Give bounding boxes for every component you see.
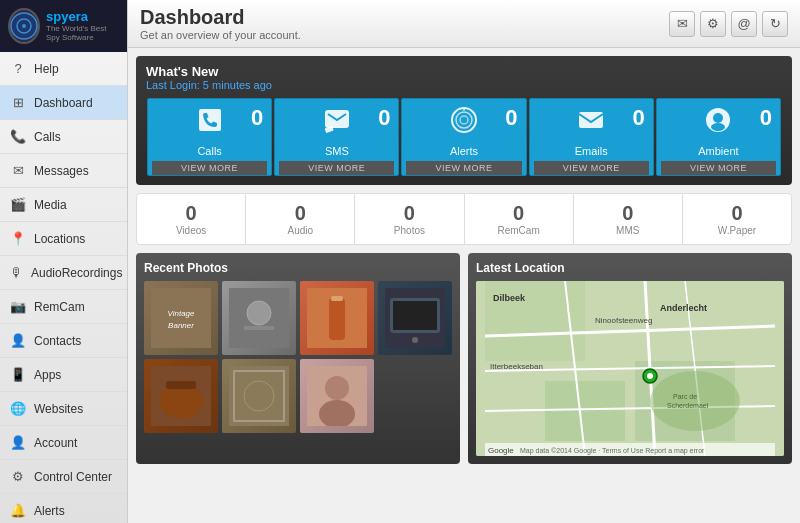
- photos-label: Photos: [394, 225, 425, 236]
- sidebar-item-calls[interactable]: 📞 Calls: [0, 120, 127, 154]
- media-photos: 0 Photos: [355, 194, 464, 244]
- svg-point-11: [713, 113, 723, 123]
- sidebar-label-calls: Calls: [34, 130, 61, 144]
- svg-text:Dilbeek: Dilbeek: [493, 293, 526, 303]
- sidebar-label-media: Media: [34, 198, 67, 212]
- alerts-stat-icon: [449, 105, 479, 141]
- media-wpaper: 0 W.Paper: [683, 194, 791, 244]
- controlcenter-icon: ⚙: [10, 469, 26, 484]
- account-icon: 👤: [10, 435, 26, 450]
- svg-point-53: [647, 373, 653, 379]
- sidebar-item-media[interactable]: 🎬 Media: [0, 188, 127, 222]
- topbar: Dashboard Get an overview of your accoun…: [128, 0, 800, 48]
- sidebar-item-audiorecordings[interactable]: 🎙 AudioRecordings: [0, 256, 127, 290]
- locations-icon: 📍: [10, 231, 26, 246]
- emails-viewmore[interactable]: VIEW MORE: [534, 161, 649, 175]
- sms-stat-label: SMS: [325, 145, 349, 157]
- sidebar-item-contacts[interactable]: 👤 Contacts: [0, 324, 127, 358]
- sidebar-label-alerts: Alerts: [34, 504, 65, 518]
- sidebar-item-controlcenter[interactable]: ⚙ Control Center: [0, 460, 127, 494]
- calls-viewmore[interactable]: VIEW MORE: [152, 161, 267, 175]
- svg-point-25: [412, 337, 418, 343]
- ambient-stat-icon: [703, 105, 733, 141]
- stat-alerts: 0 Alerts VIEW MORE: [401, 98, 526, 176]
- svg-point-12: [711, 123, 725, 131]
- svg-text:Itterbeekseban: Itterbeekseban: [490, 362, 543, 371]
- audio-count: 0: [295, 202, 306, 225]
- sidebar-item-help[interactable]: ? Help: [0, 52, 127, 86]
- svg-rect-3: [199, 109, 221, 131]
- svg-rect-28: [166, 381, 196, 389]
- svg-text:Anderlecht: Anderlecht: [660, 303, 707, 313]
- recent-photos-panel: Recent Photos VintageBanner: [136, 253, 460, 464]
- latest-location-panel: Latest Location: [468, 253, 792, 464]
- media-stats-row: 0 Videos 0 Audio 0 Photos 0 RemCam 0 MMS…: [136, 193, 792, 245]
- media-audio: 0 Audio: [246, 194, 355, 244]
- photo-thumb-4[interactable]: [378, 281, 452, 355]
- header-text: Dashboard Get an overview of your accoun…: [140, 6, 301, 41]
- refresh-button[interactable]: ↻: [762, 11, 788, 37]
- apps-icon: 📱: [10, 367, 26, 382]
- calls-stat-label: Calls: [197, 145, 221, 157]
- emails-stat-label: Emails: [575, 145, 608, 157]
- ambient-viewmore[interactable]: VIEW MORE: [661, 161, 776, 175]
- svg-point-49: [650, 371, 740, 431]
- whats-new-panel: What's New Last Login: 5 minutes ago 0 C…: [136, 56, 792, 185]
- sidebar-item-messages[interactable]: ✉ Messages: [0, 154, 127, 188]
- sidebar-label-remcam: RemCam: [34, 300, 85, 314]
- svg-point-17: [247, 301, 271, 325]
- sidebar-label-dashboard: Dashboard: [34, 96, 93, 110]
- sidebar-item-remcam[interactable]: 📷 RemCam: [0, 290, 127, 324]
- photo-thumb-3[interactable]: [300, 281, 374, 355]
- at-button[interactable]: @: [731, 11, 757, 37]
- sidebar-label-locations: Locations: [34, 232, 85, 246]
- media-mms: 0 MMS: [574, 194, 683, 244]
- sidebar-item-apps[interactable]: 📱 Apps: [0, 358, 127, 392]
- photo-thumb-6[interactable]: [222, 359, 296, 433]
- photos-grid: VintageBanner: [144, 281, 452, 433]
- svg-point-8: [460, 116, 468, 124]
- videos-label: Videos: [176, 225, 206, 236]
- svg-text:Vintage: Vintage: [168, 309, 196, 318]
- page-title: Dashboard: [140, 6, 301, 29]
- svg-rect-21: [331, 296, 343, 301]
- photo-thumb-2[interactable]: [222, 281, 296, 355]
- location-panel-title: Latest Location: [476, 261, 784, 275]
- media-remcam: 0 RemCam: [465, 194, 574, 244]
- calls-icon: 📞: [10, 129, 26, 144]
- sms-viewmore[interactable]: VIEW MORE: [279, 161, 394, 175]
- photo-thumb-7[interactable]: [300, 359, 374, 433]
- photo-thumb-5[interactable]: [144, 359, 218, 433]
- stat-calls: 0 Calls VIEW MORE: [147, 98, 272, 176]
- sidebar-item-websites[interactable]: 🌐 Websites: [0, 392, 127, 426]
- sidebar-label-websites: Websites: [34, 402, 83, 416]
- svg-text:Parc de: Parc de: [673, 393, 697, 400]
- remcam-count: 0: [513, 202, 524, 225]
- sms-stat-count: 0: [378, 105, 390, 131]
- svg-point-2: [22, 24, 26, 28]
- photo-thumb-1[interactable]: VintageBanner: [144, 281, 218, 355]
- mms-count: 0: [622, 202, 633, 225]
- brand-name: spyera: [46, 10, 119, 24]
- sidebar-item-account[interactable]: 👤 Account: [0, 426, 127, 460]
- sidebar-label-apps: Apps: [34, 368, 61, 382]
- photos-panel-title: Recent Photos: [144, 261, 452, 275]
- alerts-stat-label: Alerts: [450, 145, 478, 157]
- sidebar-item-alerts[interactable]: 🔔 Alerts: [0, 494, 127, 523]
- dashboard-icon: ⊞: [10, 95, 26, 110]
- map-container: Ninoofsteenweg Itterbeekseban Anderlecht…: [476, 281, 784, 456]
- main-area: Dashboard Get an overview of your accoun…: [128, 0, 800, 523]
- remcam-icon: 📷: [10, 299, 26, 314]
- audio-icon: 🎙: [10, 265, 23, 280]
- audio-label: Audio: [287, 225, 313, 236]
- stat-ambient: 0 Ambient VIEW MORE: [656, 98, 781, 176]
- media-icon: 🎬: [10, 197, 26, 212]
- map-background: Ninoofsteenweg Itterbeekseban Anderlecht…: [476, 281, 784, 456]
- sidebar-item-dashboard[interactable]: ⊞ Dashboard: [0, 86, 127, 120]
- sidebar-item-locations[interactable]: 📍 Locations: [0, 222, 127, 256]
- svg-rect-18: [244, 326, 274, 330]
- alerts-viewmore[interactable]: VIEW MORE: [406, 161, 521, 175]
- email-button[interactable]: ✉: [669, 11, 695, 37]
- photos-count: 0: [404, 202, 415, 225]
- settings-button[interactable]: ⚙: [700, 11, 726, 37]
